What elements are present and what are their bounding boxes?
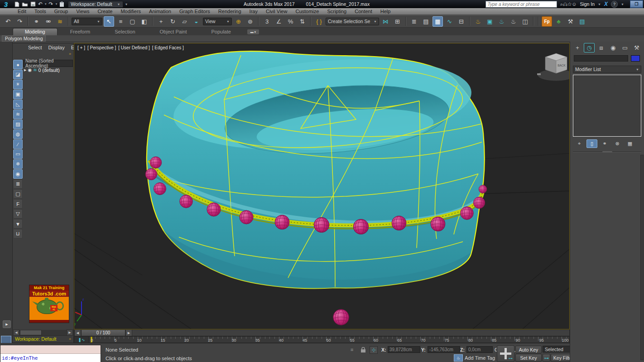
perspective-viewport[interactable]: [ + ] [ Perspective ] [ User Defined ] […: [74, 43, 570, 329]
scroll-left-icon[interactable]: ◀: [13, 329, 19, 336]
redo-icon[interactable]: ↷: [14, 16, 25, 27]
time-slider-handle[interactable]: 0 / 100: [81, 329, 125, 336]
forestpack-icon[interactable]: Fp: [542, 16, 552, 27]
render-setup-icon[interactable]: ♨: [473, 16, 483, 27]
display-shapes-icon[interactable]: ◪: [13, 70, 23, 79]
3dsmax-logo-icon[interactable]: 3: [0, 0, 12, 8]
previous-frame-arrow-icon[interactable]: ◀: [74, 329, 81, 336]
mini-curve-editor-button[interactable]: ❚∿: [74, 337, 89, 343]
menu-item[interactable]: Civil View: [262, 9, 291, 14]
link-icon[interactable]: ⚭: [31, 16, 42, 27]
key-icon[interactable]: ⊶: [543, 354, 550, 362]
explorer-blank-icon[interactable]: ▢: [13, 189, 23, 199]
render-production-icon[interactable]: ♨: [496, 16, 507, 27]
viewcube[interactable]: BACK: [537, 53, 569, 81]
use-pivot-center-icon[interactable]: ⊕: [233, 16, 244, 27]
remove-modifier-icon[interactable]: ⊗: [612, 139, 623, 148]
ribbon-toggle-icon[interactable]: ▦: [433, 16, 443, 27]
snap-toggle-icon[interactable]: 3: [262, 16, 272, 27]
help-icon[interactable]: ?: [611, 1, 618, 8]
menu-item[interactable]: Help: [376, 9, 395, 14]
display-geometry-icon[interactable]: ●: [13, 60, 23, 69]
menu-item[interactable]: Animation: [145, 9, 175, 14]
display-bones-icon[interactable]: ∕: [13, 139, 23, 149]
select-by-name-icon[interactable]: ≡: [115, 16, 126, 27]
sign-in-chevron-icon[interactable]: ▼: [598, 3, 601, 6]
display-tab[interactable]: ▭: [620, 43, 630, 52]
selection-lock-icon[interactable]: [360, 347, 366, 353]
visibility-eye-icon[interactable]: ◉: [28, 67, 32, 72]
selection-filter-dropdown[interactable]: All▼: [72, 18, 102, 25]
unlink-icon[interactable]: ⚮: [43, 16, 53, 27]
cake-object[interactable]: [145, 48, 487, 289]
scroll-right-icon[interactable]: ▶: [67, 329, 73, 336]
undo-icon[interactable]: ↶: [3, 16, 13, 27]
select-manipulate-icon[interactable]: ⊚: [245, 16, 255, 27]
next-frame-arrow-icon[interactable]: ▶: [125, 329, 132, 336]
display-cameras-icon[interactable]: ▣: [13, 90, 23, 99]
workspace-dropdown[interactable]: Workspace: Default ▼: [68, 1, 123, 8]
menu-item[interactable]: Group: [50, 9, 72, 14]
time-tag-icon[interactable]: ♨: [454, 354, 463, 362]
ribbon-tab[interactable]: Freeform: [58, 29, 102, 35]
open-file-icon[interactable]: [22, 1, 28, 7]
filter-icon[interactable]: ▼: [13, 219, 23, 229]
display-spacewarps-icon[interactable]: ≋: [13, 110, 23, 119]
modifier-list-dropdown[interactable]: Modifier List▼: [573, 66, 641, 73]
modifier-stack[interactable]: [573, 75, 641, 137]
display-particles-icon[interactable]: ▨: [13, 119, 23, 129]
select-scale-icon[interactable]: ▱: [179, 16, 190, 27]
explorer-basket-icon[interactable]: ⊔: [13, 229, 23, 238]
display-frozen-icon[interactable]: ❄: [13, 159, 23, 169]
make-unique-icon[interactable]: ⚭: [599, 139, 610, 148]
menu-item[interactable]: Rendering: [214, 9, 245, 14]
render-iterative-icon[interactable]: ♨: [508, 16, 519, 27]
railclone-tools-icon[interactable]: ⚒: [565, 16, 576, 27]
menu-item[interactable]: Create: [93, 9, 116, 14]
menu-item[interactable]: Content: [351, 9, 376, 14]
menu-item[interactable]: Iray: [245, 9, 262, 14]
lone-sphere[interactable]: [333, 310, 349, 325]
show-end-result-icon[interactable]: ▯: [586, 139, 597, 148]
new-file-icon[interactable]: [14, 1, 19, 7]
scrollbar-thumb[interactable]: [20, 330, 42, 335]
selection-lock-region-icon[interactable]: ⌗: [351, 347, 353, 353]
select-object-icon[interactable]: ↖: [104, 16, 114, 27]
undo-dropdown-icon[interactable]: ▾: [45, 2, 47, 6]
scene-explorer-toggle-icon[interactable]: ▤: [421, 16, 431, 27]
create-tab[interactable]: +: [572, 43, 583, 52]
save-file-icon[interactable]: [30, 1, 36, 7]
select-move-icon[interactable]: +: [156, 16, 166, 27]
track-bar[interactable]: ❚∿ 0510152025303540455055606570758085909…: [74, 336, 570, 343]
display-hidden-icon[interactable]: ◉: [13, 169, 23, 179]
sign-in-button[interactable]: Sign In: [580, 1, 595, 7]
object-color-swatch[interactable]: [631, 55, 640, 62]
hierarchy-tab[interactable]: ⧈: [596, 43, 606, 52]
pin-stack-icon[interactable]: ⌖: [574, 139, 585, 148]
selection-region-icon[interactable]: ▢: [127, 16, 138, 27]
rendered-frame-icon[interactable]: ▣: [485, 16, 495, 27]
railclone-lister-icon[interactable]: ▤: [577, 16, 587, 27]
state-sets-icon[interactable]: ◫: [520, 16, 530, 27]
explorer-menu-overflow-icon[interactable]: »: [69, 52, 71, 56]
forest-tools-icon[interactable]: ♣: [553, 16, 564, 27]
viewport-camera-menu[interactable]: [ User Defined ]: [118, 45, 149, 50]
display-lights-icon[interactable]: ☀: [13, 80, 23, 89]
curve-editor-icon[interactable]: ∿: [444, 16, 455, 27]
menu-item[interactable]: Edit: [14, 9, 30, 14]
redo-icon[interactable]: ↷: [49, 2, 53, 6]
user-icon[interactable]: ☺: [572, 1, 577, 7]
polygon-modeling-panel[interactable]: Polygon Modeling: [2, 35, 46, 42]
favorites-icon[interactable]: ☆: [567, 1, 572, 7]
panel-expander-button[interactable]: ▶: [3, 320, 11, 328]
listener-script-row[interactable]: id:#eyeInThe: [0, 354, 101, 362]
undo-icon[interactable]: ↶: [38, 2, 43, 6]
absolute-mode-toggle-icon[interactable]: ⊹: [370, 346, 378, 354]
menu-item[interactable]: Tools: [30, 9, 50, 14]
ribbon-tab[interactable]: Selection: [103, 29, 147, 35]
expand-arrow-icon[interactable]: ▶: [24, 68, 26, 72]
menu-item[interactable]: Graph Editors: [175, 9, 214, 14]
display-containers-icon[interactable]: ◍: [13, 129, 23, 139]
menu-item[interactable]: Views: [72, 9, 93, 14]
schematic-view-icon[interactable]: ⊟: [456, 16, 466, 27]
